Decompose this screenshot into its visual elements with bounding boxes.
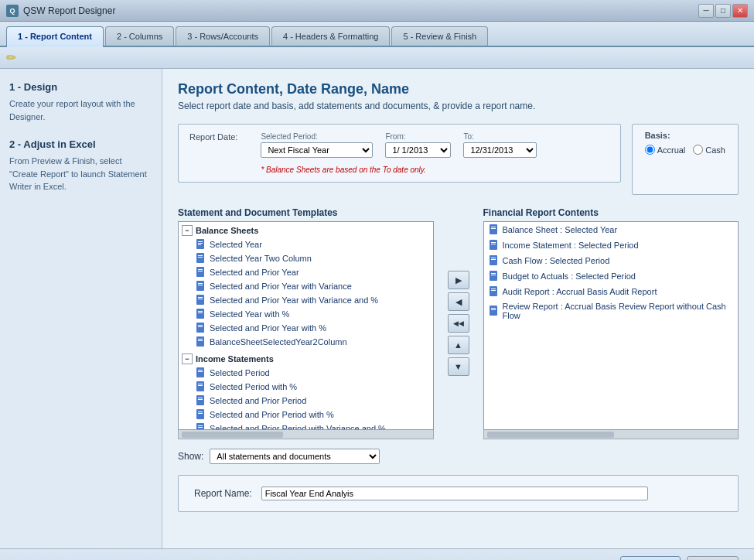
svg-rect-37 [196, 423, 204, 430]
tree-item[interactable]: Selected Period with % [179, 380, 433, 394]
move-up-button[interactable]: ▲ [448, 336, 469, 354]
svg-rect-56 [491, 273, 496, 274]
sidebar-design-title: 1 - Design [9, 81, 152, 93]
templates-tree[interactable]: − Balance Sheets Selected Year [178, 221, 434, 430]
svg-rect-54 [491, 259, 496, 260]
svg-rect-28 [196, 381, 204, 391]
remove-from-financial-button[interactable]: ◀ [448, 292, 469, 311]
to-date-select[interactable]: 12/31/2013 [463, 142, 537, 158]
show-label: Show: [178, 451, 203, 462]
main-container: 1 - Design Create your report layout wit… [0, 69, 754, 548]
svg-rect-39 [198, 427, 203, 428]
svg-rect-35 [198, 411, 203, 412]
minimize-button[interactable]: ─ [698, 4, 714, 18]
tab-report-content[interactable]: 1 - Report Content [6, 26, 104, 47]
balance-sheets-header[interactable]: − Balance Sheets [179, 224, 433, 237]
report-name-label: Report Name: [194, 488, 252, 499]
basis-label: Basis: [645, 131, 725, 140]
svg-rect-9 [198, 271, 203, 271]
svg-rect-51 [491, 244, 496, 244]
financial-title: Financial Report Contents [483, 207, 739, 218]
tab-rows-accounts[interactable]: 3 - Rows/Accounts [176, 26, 270, 46]
basis-accrual[interactable]: Accrual [645, 145, 686, 155]
list-item[interactable]: Review Report : Accrual Basis Review Rep… [484, 299, 739, 323]
tree-item[interactable]: Selected and Prior Year with Variance an… [179, 293, 433, 307]
svg-rect-21 [198, 326, 203, 327]
sidebar: 1 - Design Create your report layout wit… [0, 69, 162, 548]
financial-list[interactable]: Balance Sheet : Selected Year Income Sta… [483, 221, 739, 430]
svg-rect-46 [490, 224, 497, 234]
svg-rect-18 [198, 312, 203, 313]
show-select[interactable]: All statements and documents Statements … [210, 449, 380, 464]
tree-item[interactable]: Selected and Prior Period with % [179, 408, 433, 422]
report-date-panel: Report Date: Selected Period: Next Fisca… [178, 124, 621, 183]
tab-review-finish[interactable]: 5 - Review & Finish [391, 26, 488, 46]
report-name-input[interactable] [261, 487, 648, 500]
collapse-balance-sheets-icon[interactable]: − [182, 225, 193, 236]
basis-options: Accrual Cash [645, 145, 725, 155]
svg-rect-53 [491, 258, 496, 258]
basis-section: Basis: Accrual Cash [632, 124, 739, 195]
to-date-group: To: 12/31/2013 [463, 132, 537, 158]
tree-item[interactable]: Selected and Prior Period [179, 394, 433, 408]
svg-rect-1 [198, 241, 203, 242]
svg-rect-20 [198, 325, 203, 326]
tree-item[interactable]: BalanceSheetSelectedYear2Column [179, 335, 433, 349]
bottom-buttons: Next>> Cancel [620, 556, 739, 561]
selected-period-select[interactable]: Next Fiscal Year [261, 142, 373, 158]
from-date-select[interactable]: 1/ 1/2013 [385, 142, 451, 158]
svg-rect-12 [198, 285, 203, 285]
collapse-income-icon[interactable]: − [182, 353, 193, 364]
bottom-bar: Need Help? Next>> Cancel [0, 548, 754, 560]
svg-rect-36 [198, 413, 203, 414]
doc-icon [196, 336, 206, 347]
cancel-button[interactable]: Cancel [687, 556, 739, 561]
arrow-buttons-panel: ▶ ◀ ◀◀ ▲ ▼ [443, 207, 474, 439]
two-column-section: Statement and Document Templates − Balan… [178, 207, 739, 439]
remove-all-button[interactable]: ◀◀ [448, 314, 469, 333]
list-item[interactable]: Balance Sheet : Selected Year [484, 222, 739, 237]
tree-item[interactable]: Selected and Prior Year [179, 265, 433, 279]
svg-rect-26 [198, 370, 203, 370]
from-date-group: From: 1/ 1/2013 [385, 132, 451, 158]
income-statements-label: Income Statements [196, 354, 274, 364]
templates-scrollbar[interactable] [178, 430, 434, 439]
tab-columns[interactable]: 2 - Columns [105, 26, 174, 46]
svg-rect-7 [196, 267, 204, 277]
doc-icon [196, 309, 206, 319]
svg-rect-16 [196, 309, 204, 319]
tree-item[interactable]: Selected and Prior Period with Variance … [179, 422, 433, 430]
list-item[interactable]: Budget to Actuals : Selected Period [484, 268, 739, 284]
svg-rect-22 [196, 336, 204, 347]
doc-icon [196, 267, 206, 278]
list-item[interactable]: Income Statement : Selected Period [484, 237, 739, 253]
tree-item[interactable]: Selected Year with % [179, 307, 433, 321]
maximize-button[interactable]: □ [715, 4, 731, 18]
svg-rect-47 [491, 227, 496, 227]
templates-panel: Statement and Document Templates − Balan… [178, 207, 434, 439]
tree-item[interactable]: Selected and Prior Year with % [179, 321, 433, 335]
move-down-button[interactable]: ▼ [448, 357, 469, 376]
tree-item[interactable]: Selected and Prior Year with Variance [179, 279, 433, 293]
income-statements-group: − Income Statements Selected Period [179, 350, 433, 430]
income-statements-header[interactable]: − Income Statements [179, 352, 433, 366]
tree-item[interactable]: Selected Year Two Column [179, 251, 433, 265]
title-bar: Q QSW Report Designer ─ □ ✕ [0, 0, 754, 22]
financial-panel: Financial Report Contents Balance Sheet … [483, 207, 739, 439]
list-item[interactable]: Cash Flow : Selected Period [484, 253, 739, 268]
tree-item[interactable]: Selected Year [179, 237, 433, 251]
tabs-bar: 1 - Report Content 2 - Columns 3 - Rows/… [0, 22, 754, 47]
sidebar-design-text: Create your report layout with the Desig… [9, 97, 152, 123]
doc-icon [196, 253, 206, 264]
tab-headers-formatting[interactable]: 4 - Headers & Formatting [271, 26, 391, 46]
add-to-financial-button[interactable]: ▶ [448, 271, 469, 289]
tree-item[interactable]: Selected Period [179, 366, 433, 380]
close-button[interactable]: ✕ [732, 4, 748, 18]
next-button[interactable]: Next>> [620, 556, 681, 561]
financial-scrollbar[interactable] [483, 430, 739, 439]
doc-icon [196, 239, 206, 250]
svg-rect-19 [196, 323, 204, 333]
basis-cash[interactable]: Cash [693, 145, 725, 155]
svg-rect-58 [490, 286, 497, 296]
list-item[interactable]: Audit Report : Accrual Basis Audit Repor… [484, 284, 739, 299]
